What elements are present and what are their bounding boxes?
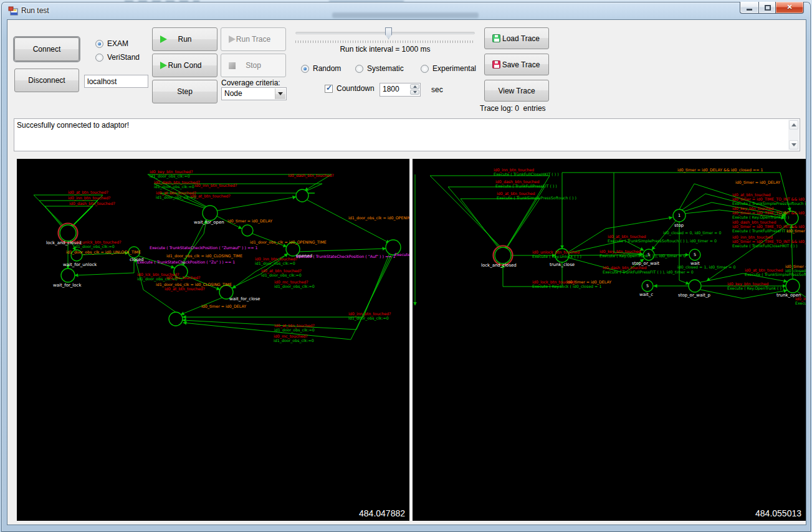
edge-label: id0_key_btn_touchedExecute ( Key.OpenTru… [727,282,785,291]
run-test-window: Run test ✕ Connect Disconnect EXAM VeriS… [1,2,811,532]
scroll-down-button[interactable] [789,140,798,150]
edge-label: id0_key_btn_touchedExecute ( Key.OpenTru… [599,249,686,259]
desktop-background: Run test ✕ Connect Disconnect EXAM VeriS… [0,0,812,532]
edge-label: id0_mc_touched?id1_door_obs_clk:=0 [274,280,315,289]
spinner-down-button[interactable] [410,90,419,95]
floppy-save-icon [492,60,500,69]
maximize-icon [765,5,771,11]
state-name-label: wait_for_lock [53,283,82,288]
run-cond-button-label: Run Cond [168,61,201,70]
view-trace-button[interactable]: View Trace [484,80,549,102]
edge-label: id0_timer = id0_DELAY [735,180,780,185]
edge-label: id0_inn_btn_touched?id1_door_obs_clk:=0 [348,311,391,321]
edge-label: id0_unlck_btn_touched?id1_door_obs_clk:=… [74,240,121,249]
transition-edge [183,220,206,265]
edge-label: id0_at_btn_touched?id1_door_obs_clk:=0 [261,268,302,278]
stop-button[interactable]: Stop [221,54,286,77]
radio-random-label: Random [313,64,341,73]
state-node-delay_state [242,225,253,236]
tick-interval-label: Run tick interval = 1000 ms [295,45,475,54]
radio-experimental-label: Experimental [432,64,476,73]
step-button[interactable]: Step [152,80,217,103]
radio-veristand-label: VeriStand [107,53,140,62]
countdown-value: 1800 [383,85,399,93]
model-time-right: 484.055013 [755,508,801,518]
close-button[interactable]: ✕ [776,2,804,14]
edge-label: Execute ( TrunkStateCheckPosition ( "Zum… [150,245,258,250]
transition-edge [181,221,206,265]
state-node-stop_or_wait_p [689,280,701,292]
radio-experimental-dot [421,65,429,73]
countdown-label: Countdown [337,84,375,93]
radio-exam[interactable]: EXAM [95,39,128,48]
radio-systematic[interactable]: Systematic [355,64,404,73]
edge-label: id0_closed = 0, id0_timer = 0 [663,230,721,235]
minimize-button[interactable] [740,2,758,14]
radio-random[interactable]: Random [301,64,341,73]
radio-experimental[interactable]: Experimental [421,64,476,73]
caption-buttons: ✕ [740,2,804,14]
edge-label: id1_door_obs_clk = id0_CLOSING_TIME [166,254,242,259]
run-button-label: Run [178,35,191,44]
state-name-label: stop [674,223,684,228]
slider-thumb[interactable] [385,27,392,39]
edge-label: Execute ( TrunkStateCheckPosition ( "Zu"… [137,260,235,264]
edge-label: id1_door_obs_clk = id0_OPENING_TIME [348,216,409,221]
automaton-panel-right: lock_and_closedtrunk_close1stop5stop_or_… [413,159,806,521]
transition-edge [700,290,787,298]
spinner-up-button[interactable] [410,84,419,89]
disconnect-button[interactable]: Disconnect [14,69,79,92]
state-name-label: wait_for_open [194,220,224,225]
slider-tick-marks [295,40,475,43]
edge-label: id0_timer = id0_DELAY [201,304,246,309]
edge-label: id0_at_btn_touched? [165,287,205,292]
edge-label: id0_inn_btn_touched?id1_door_obs_clk:=0 [255,257,297,266]
run-cond-button[interactable]: Run Cond [152,54,217,77]
edge-label: id0_inn_btn_touchedid0_timer = id0_TIME_… [732,235,806,248]
title-bar[interactable]: Run test ✕ [2,2,810,19]
radio-veristand[interactable]: VeriStand [95,53,140,62]
edge-label: id0_at_btn_touchedExecute ( TrunkSimpleP… [608,234,717,244]
state-node-lock_and_closed [60,225,76,241]
edge-label: id0_at_btn_touchedid0_timer = id0_TIME_T… [732,192,806,206]
minimize-icon [747,9,752,11]
automaton-canvas-left: lock_and_closedwait_for_unlockwait_for_l… [17,159,409,521]
log-scrollbar[interactable] [788,120,799,150]
coverage-dropdown-button[interactable] [275,88,285,99]
state-priority: 5 [646,283,649,288]
connect-button[interactable]: Connect [14,37,79,61]
client-area: Connect Disconnect EXAM VeriStand Run Ru… [7,19,806,525]
load-trace-button[interactable]: Load Trace [484,27,549,49]
radio-systematic-label: Systematic [367,64,404,73]
model-time-left: 484.047882 [359,508,405,518]
countdown-numeric[interactable]: 1800 [380,83,421,97]
countdown-checkbox[interactable]: Countdown [325,84,375,93]
state-name-label: stop_or_wait_p [678,293,710,298]
edge-label: id0_inn_btn_touched? [194,183,237,188]
edge-label: id0_timer = idid0_closed = [785,264,806,273]
edge-label: id0_unlock_btn_touchedExecute ( Key.Unlo… [532,250,581,259]
edge-label: id0_timer = id0_DELAY [566,280,611,285]
countdown-checkbox-box [325,85,333,93]
save-trace-button[interactable]: Save Trace [484,54,549,75]
edge-label: id0_at_btn_touched?id1_door_obs_clk:=0 [274,323,315,333]
run-button[interactable]: Run [152,27,217,51]
status-log-box[interactable]: Succesfully connected to adaptor! [14,118,800,151]
state-priority: 5 [694,252,696,257]
state-node-bottom_state [169,312,183,326]
play-icon [160,62,167,69]
host-input[interactable] [84,75,148,88]
edge-label: id0_inn_btn_touchedExecute ( TrunkFullC [795,297,806,305]
form-app-icon [8,6,18,16]
radio-exam-dot [95,40,103,48]
run-trace-button[interactable]: Run Trace [221,27,286,51]
scroll-up-button[interactable] [789,120,798,130]
coverage-combobox[interactable]: Node [221,87,287,100]
tick-interval-slider[interactable] [295,27,475,39]
state-priority: 1 [678,213,681,218]
automaton-panel-left: lock_and_closedwait_for_unlockwait_for_l… [17,159,409,521]
maximize-button[interactable] [758,2,776,14]
state-name-label: trunk_close [550,262,575,267]
edge-label: Execute ( TrunkStateCheckPosition ( "Auf… [296,254,396,259]
radio-systematic-dot [355,65,363,73]
